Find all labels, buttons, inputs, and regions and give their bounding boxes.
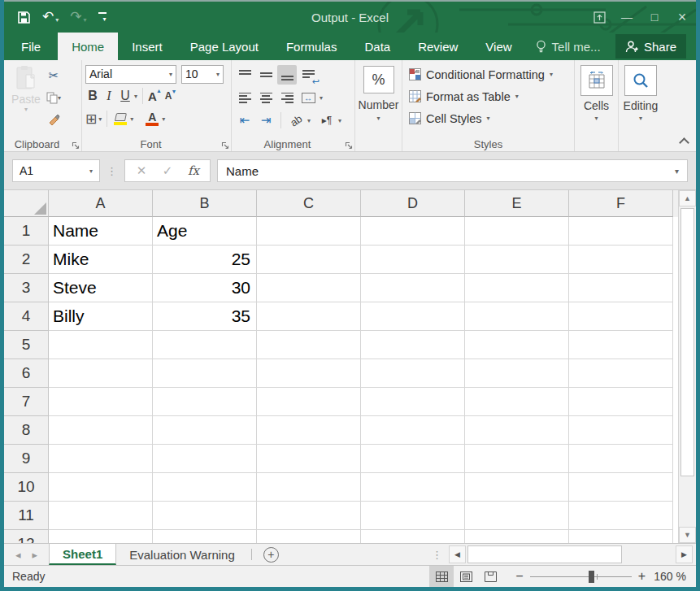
tab-insert[interactable]: Insert (118, 33, 176, 60)
cell-D6[interactable] (361, 359, 465, 388)
format-painter-button[interactable] (46, 111, 61, 128)
copy-button[interactable]: ▾ (46, 89, 61, 106)
scroll-right-button[interactable]: ▶ (676, 545, 693, 563)
cell-A5[interactable] (49, 331, 153, 359)
cell-E5[interactable] (465, 331, 569, 359)
column-header-C[interactable]: C (257, 190, 361, 217)
row-header-12[interactable]: 12 (4, 530, 49, 543)
top-align-button[interactable] (235, 65, 254, 85)
undo-dropdown-icon[interactable]: ▾ (55, 16, 59, 24)
cell-D4[interactable] (361, 302, 465, 331)
tab-review[interactable]: Review (404, 33, 472, 60)
cell-A10[interactable] (49, 473, 153, 502)
zoom-slider-thumb[interactable] (589, 571, 594, 583)
scroll-up-button[interactable]: ▲ (679, 190, 696, 206)
tab-home[interactable]: Home (58, 33, 118, 60)
tab-bar-splitter[interactable]: ⋮ (432, 549, 442, 561)
cell-A4[interactable]: Billy (49, 302, 153, 331)
cell-C11[interactable] (257, 502, 361, 530)
tab-file[interactable]: File (4, 33, 58, 60)
select-all-button[interactable] (4, 190, 49, 217)
cell-E7[interactable] (465, 388, 569, 416)
number-format-button[interactable]: % (363, 66, 394, 93)
column-header-F[interactable]: F (569, 190, 673, 217)
row-header-1[interactable]: 1 (4, 217, 49, 246)
cell-styles-button[interactable]: Cell Styles ▾ (409, 107, 571, 129)
cell-D8[interactable] (361, 416, 465, 445)
cell-C3[interactable] (257, 274, 361, 302)
font-color-dropdown-icon[interactable]: ▾ (162, 115, 165, 123)
normal-view-button[interactable] (429, 566, 454, 587)
middle-align-button[interactable] (256, 65, 276, 85)
next-sheet-button[interactable]: ▸ (33, 549, 38, 561)
cell-D12[interactable] (361, 530, 465, 543)
cell-A12[interactable] (49, 530, 153, 543)
cell-F10[interactable] (569, 473, 673, 502)
row-header-2[interactable]: 2 (4, 246, 49, 274)
paste-button[interactable]: Paste ▾ (7, 65, 45, 137)
cell-B6[interactable] (153, 359, 257, 388)
text-direction-button[interactable]: ▸¶ (317, 111, 337, 130)
cell-C12[interactable] (257, 530, 361, 543)
cut-button[interactable]: ✂ (46, 67, 61, 85)
cell-C8[interactable] (257, 416, 361, 445)
cell-B5[interactable] (153, 331, 257, 359)
cell-C10[interactable] (257, 473, 361, 502)
ribbon-display-options-button[interactable] (585, 2, 613, 33)
alignment-dialog-launcher[interactable] (345, 141, 353, 150)
cell-B8[interactable] (153, 416, 257, 445)
borders-dropdown-icon[interactable]: ▾ (98, 115, 102, 123)
cell-C2[interactable] (257, 246, 361, 274)
previous-sheet-button[interactable]: ◂ (15, 549, 21, 561)
underline-button[interactable]: U (118, 87, 133, 105)
zoom-slider[interactable] (530, 576, 632, 577)
row-header-4[interactable]: 4 (4, 302, 49, 331)
cell-F7[interactable] (569, 388, 673, 416)
vertical-scrollbar[interactable]: ▲ ▼ (678, 190, 696, 543)
increase-font-size-button[interactable]: A ▲ (148, 89, 157, 103)
page-layout-view-button[interactable] (454, 566, 478, 587)
tell-me-box[interactable]: Tell me... (526, 33, 611, 60)
cell-B9[interactable] (153, 445, 257, 473)
row-header-7[interactable]: 7 (4, 388, 49, 416)
vertical-scroll-track[interactable] (679, 478, 696, 527)
cell-B1[interactable]: Age (153, 217, 257, 246)
italic-button[interactable]: I (102, 87, 116, 105)
zoom-in-button[interactable]: + (638, 569, 646, 584)
decrease-font-size-button[interactable]: A ▼ (165, 90, 172, 102)
cell-B12[interactable] (153, 530, 257, 543)
cell-F1[interactable] (569, 217, 673, 246)
row-header-8[interactable]: 8 (4, 416, 49, 445)
cell-D7[interactable] (361, 388, 465, 416)
cell-C6[interactable] (257, 359, 361, 388)
underline-dropdown-icon[interactable]: ▾ (134, 93, 137, 100)
clipboard-dialog-launcher[interactable] (72, 141, 80, 150)
editing-dropdown-icon[interactable]: ▾ (639, 115, 642, 122)
fill-color-dropdown-icon[interactable]: ▾ (130, 115, 133, 123)
share-button[interactable]: Share (615, 34, 686, 59)
wrap-text-button[interactable]: ↩ (298, 65, 318, 85)
cell-F5[interactable] (569, 331, 673, 359)
cell-D10[interactable] (361, 473, 465, 502)
cell-C7[interactable] (257, 388, 361, 416)
cell-F6[interactable] (569, 359, 673, 388)
column-header-B[interactable]: B (153, 190, 257, 217)
cell-A11[interactable] (49, 502, 153, 530)
fill-color-button[interactable] (112, 113, 128, 125)
cell-A2[interactable]: Mike (49, 246, 153, 274)
column-header-E[interactable]: E (465, 190, 569, 217)
horizontal-scroll-track[interactable] (624, 545, 676, 563)
zoom-level[interactable]: 160 % (654, 570, 696, 583)
horizontal-scrollbar[interactable]: ◀ ▶ (449, 545, 693, 563)
formula-input[interactable]: Name ▾ (217, 159, 688, 182)
horizontal-scroll-thumb[interactable] (467, 545, 622, 563)
cell-C5[interactable] (257, 331, 361, 359)
cell-B2[interactable]: 25 (153, 246, 257, 274)
cell-B10[interactable] (153, 473, 257, 502)
cell-E4[interactable] (465, 302, 569, 331)
cell-A7[interactable] (49, 388, 153, 416)
cell-F8[interactable] (569, 416, 673, 445)
cell-A9[interactable] (49, 445, 153, 473)
cell-D9[interactable] (361, 445, 465, 473)
maximize-button[interactable]: □ (641, 2, 668, 33)
